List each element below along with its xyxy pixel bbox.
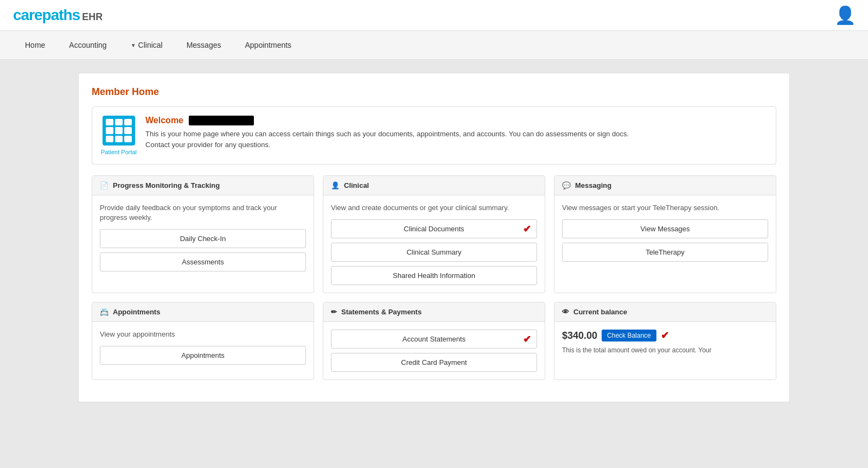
- card-progress: 📄 Progress Monitoring & Tracking Provide…: [92, 175, 314, 293]
- check-balance-button[interactable]: Check Balance: [602, 330, 656, 341]
- card-progress-description: Provide daily feedback on your symptoms …: [100, 203, 306, 223]
- chat-icon: 💬: [562, 181, 571, 189]
- portal-icon-cell: [124, 119, 132, 125]
- welcome-name-redacted: [189, 116, 254, 125]
- card-balance-title: Current balance: [573, 308, 627, 316]
- navbar: Home Accounting ▼ Clinical Messages Appo…: [0, 31, 868, 60]
- top-cards-grid: 📄 Progress Monitoring & Tracking Provide…: [92, 175, 776, 293]
- welcome-description: This is your home page where you can acc…: [145, 129, 629, 150]
- appointments-button[interactable]: Appointments: [100, 346, 306, 365]
- card-appointments-header: 📇 Appointments: [92, 302, 314, 322]
- clinical-documents-button[interactable]: Clinical Documents ✔: [331, 219, 537, 238]
- edit-icon: ✏: [331, 308, 337, 316]
- card-clinical-description: View and create documents or get your cl…: [331, 203, 537, 213]
- card-statements: ✏ Statements & Payments Account Statemen…: [323, 302, 545, 380]
- member-home-container: Member Home Patient Portal: [78, 73, 790, 402]
- nav-item-messages[interactable]: Messages: [175, 31, 233, 59]
- card-statements-body: Account Statements ✔ Credit Card Payment: [323, 322, 545, 380]
- daily-checkin-button[interactable]: Daily Check-In: [100, 229, 306, 248]
- card-appointments-description: View your appointments: [100, 330, 306, 339]
- portal-icon: [103, 116, 135, 146]
- logo-carepaths-text: carepaths: [13, 7, 80, 24]
- account-statements-checkmark: ✔: [523, 333, 531, 345]
- portal-icon-cell: [115, 127, 123, 134]
- card-balance: 👁 Current balance $340.00 Check Balance …: [554, 302, 776, 380]
- card-clinical-body: View and create documents or get your cl…: [323, 195, 545, 293]
- user-person-icon: 👤: [834, 5, 856, 26]
- card-statements-title: Statements & Payments: [341, 308, 422, 316]
- person-card-icon: 📇: [100, 308, 108, 316]
- portal-icon-cell: [115, 119, 123, 125]
- member-home-title: Member Home: [92, 86, 776, 98]
- card-messaging-description: View messages or start your TeleTherapy …: [562, 203, 768, 213]
- nav-appointments-label: Appointments: [245, 41, 291, 49]
- balance-description: This is the total amount owed on your ac…: [562, 346, 768, 355]
- card-statements-header: ✏ Statements & Payments: [323, 302, 545, 322]
- portal-label: Patient Portal: [101, 149, 137, 155]
- card-clinical-title: Clinical: [344, 181, 369, 189]
- nav-item-appointments[interactable]: Appointments: [233, 31, 303, 59]
- card-clinical: 👤 Clinical View and create documents or …: [323, 175, 545, 293]
- portal-icon-wrap: Patient Portal: [101, 116, 137, 155]
- card-progress-body: Provide daily feedback on your symptoms …: [92, 195, 314, 279]
- main-content: Member Home Patient Portal: [65, 60, 803, 415]
- credit-card-payment-button[interactable]: Credit Card Payment: [331, 353, 537, 372]
- balance-amount: $340.00 Check Balance ✔: [562, 330, 768, 341]
- card-messaging-header: 💬 Messaging: [554, 176, 776, 195]
- nav-item-home[interactable]: Home: [13, 31, 57, 59]
- card-appointments: 📇 Appointments View your appointments Ap…: [92, 302, 314, 380]
- card-progress-title: Progress Monitoring & Tracking: [113, 181, 220, 189]
- card-messaging-title: Messaging: [575, 181, 611, 189]
- user-avatar[interactable]: 👤: [835, 5, 855, 25]
- portal-icon-cell: [124, 136, 132, 142]
- nav-item-accounting[interactable]: Accounting: [57, 31, 118, 59]
- welcome-card: Patient Portal Welcome This is your home…: [92, 106, 776, 165]
- shared-health-button[interactable]: Shared Health Information: [331, 266, 537, 285]
- nav-messages-label: Messages: [187, 41, 221, 49]
- clinical-dropdown-arrow: ▼: [131, 42, 136, 48]
- person-icon: 👤: [331, 181, 340, 189]
- nav-accounting-label: Accounting: [69, 41, 106, 49]
- eye-icon: 👁: [562, 308, 569, 316]
- nav-item-clinical[interactable]: ▼ Clinical: [119, 31, 175, 59]
- logo: carepaths EHR: [13, 7, 103, 24]
- card-clinical-header: 👤 Clinical: [323, 176, 545, 195]
- assessments-button[interactable]: Assessments: [100, 252, 306, 271]
- bottom-cards-grid: 📇 Appointments View your appointments Ap…: [92, 302, 776, 380]
- portal-icon-cell: [106, 119, 113, 125]
- card-appointments-body: View your appointments Appointments: [92, 322, 314, 372]
- clinical-documents-checkmark: ✔: [523, 223, 531, 235]
- card-balance-body: $340.00 Check Balance ✔ This is the tota…: [554, 322, 776, 363]
- nav-clinical-label: Clinical: [138, 41, 163, 49]
- logo-ehr-text: EHR: [82, 11, 103, 23]
- header: carepaths EHR 👤: [0, 0, 868, 31]
- balance-value: $340.00: [562, 330, 597, 341]
- balance-checkmark: ✔: [661, 330, 669, 341]
- card-balance-header: 👁 Current balance: [554, 302, 776, 322]
- clinical-summary-button[interactable]: Clinical Summary: [331, 243, 537, 262]
- teletherapy-button[interactable]: TeleTherapy: [562, 243, 768, 262]
- portal-icon-cell: [106, 136, 113, 142]
- portal-icon-cell: [124, 127, 132, 134]
- account-statements-button[interactable]: Account Statements ✔: [331, 330, 537, 349]
- card-progress-header: 📄 Progress Monitoring & Tracking: [92, 176, 314, 195]
- card-messaging: 💬 Messaging View messages or start your …: [554, 175, 776, 293]
- portal-icon-cell: [106, 127, 113, 134]
- portal-icon-cell: [115, 136, 123, 142]
- card-messaging-body: View messages or start your TeleTherapy …: [554, 195, 776, 269]
- document-icon: 📄: [100, 181, 108, 189]
- card-appointments-title: Appointments: [113, 308, 160, 316]
- welcome-text: Welcome This is your home page where you…: [145, 116, 629, 150]
- view-messages-button[interactable]: View Messages: [562, 219, 768, 238]
- nav-home-label: Home: [25, 41, 45, 49]
- welcome-heading: Welcome: [145, 116, 183, 125]
